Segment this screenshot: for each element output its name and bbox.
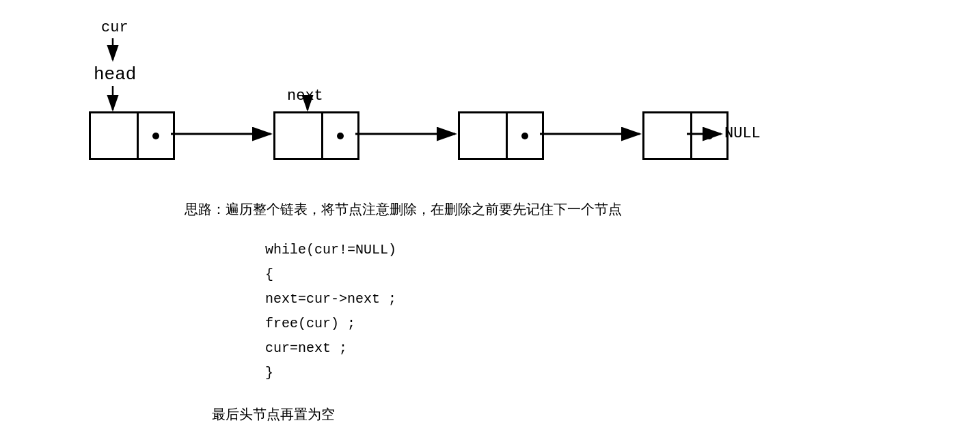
code-line-1: while(cur!=NULL) (265, 238, 396, 262)
node-4-next (692, 113, 726, 158)
code-line-6: } (265, 361, 396, 385)
code-block: while(cur!=NULL) { next=cur->next ; free… (265, 238, 396, 385)
node-3 (458, 111, 544, 160)
node-1-arrow-dot (152, 133, 159, 139)
node-3-data (460, 113, 508, 158)
code-line-2: { (265, 262, 396, 287)
label-head: head (94, 64, 136, 85)
footer-text: 最后头节点再置为空 (212, 403, 335, 425)
node-4-data (644, 113, 692, 158)
node-1-data (91, 113, 139, 158)
node-3-next (508, 113, 542, 158)
node-1 (89, 111, 175, 160)
label-null: NULL (724, 125, 761, 142)
node-2-data (275, 113, 323, 158)
node-4 (642, 111, 729, 160)
code-line-3: next=cur->next ; (265, 287, 396, 312)
thought-text: 思路：遍历整个链表，将节点注意删除，在删除之前要先记住下一个节点 (185, 198, 622, 220)
node-4-arrow-dot (706, 133, 713, 139)
node-2 (273, 111, 359, 160)
node-2-arrow-dot (337, 133, 344, 139)
node-2-next (323, 113, 357, 158)
label-next: next (287, 87, 323, 105)
code-line-5: cur=next ; (265, 336, 396, 361)
label-cur: cur (101, 19, 128, 36)
node-3-arrow-dot (521, 133, 528, 139)
code-line-4: free(cur) ; (265, 312, 396, 336)
node-1-next (139, 113, 173, 158)
